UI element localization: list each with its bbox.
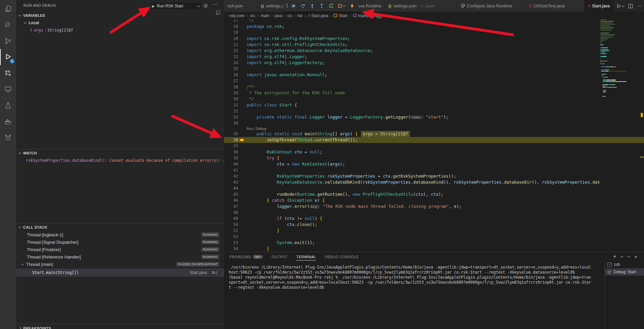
call-stack-section-header[interactable]: CALL STACK [16, 224, 224, 231]
call-stack-thread[interactable]: Thread [Finalizer]RUNNING [16, 246, 224, 253]
activity-bar-item-source-control[interactable] [0, 33, 16, 49]
terminal-output[interactable]: /usr/bin/env /Library/Internet\ Plug-Ins… [229, 265, 598, 290]
code-line-48[interactable]: 48 [224, 209, 644, 216]
terminal-list-item-debug-start[interactable]: Debug: Start [604, 268, 644, 276]
step-over-button[interactable] [299, 2, 307, 10]
tab-nch-json[interactable]: nch.json [224, 0, 258, 12]
overview-ruler[interactable] [639, 19, 644, 252]
stop-button[interactable] [336, 2, 346, 10]
close-panel-icon[interactable]: × [634, 254, 637, 260]
code-line-43[interactable]: 43 KeyValueDataSource.validateDbKind(rsk… [224, 179, 644, 185]
code-line-18[interactable]: 18package co.rsk; [224, 23, 644, 30]
call-stack-thread[interactable]: Thread [Reference Handler]RUNNING [16, 253, 224, 261]
variable-args[interactable]: args: String[2]@7 [16, 27, 224, 34]
split-editor-icon[interactable] [628, 4, 633, 8]
code-line-37[interactable]: 37 [224, 143, 644, 149]
new-terminal-icon[interactable]: + [613, 253, 616, 260]
code-line-42[interactable]: 42 RskSystemProperties rskSystemProperti… [224, 173, 644, 179]
code-line-35[interactable]: 35 public static void main(String[] args… [224, 131, 644, 137]
terminal-list-item-zsh[interactable]: >zsh [604, 261, 644, 268]
code-line-52[interactable]: 52 [224, 234, 644, 240]
code-line-38[interactable]: 38 RskContext ctx = null; [224, 149, 644, 155]
activity-bar-item-extensions[interactable] [0, 65, 16, 81]
run-java-button[interactable] [616, 4, 624, 8]
chevron-down-icon[interactable] [621, 255, 623, 257]
code-line-25[interactable]: 25 [224, 66, 644, 72]
code-line-27[interactable]: 27 [224, 78, 644, 84]
code-line-19[interactable]: 19 [224, 30, 644, 36]
panel-tab-debug-console[interactable]: DEBUG CONSOLE [325, 253, 359, 260]
code-line-39[interactable]: 39 try { [224, 155, 644, 161]
code-line-51[interactable]: 51 } [224, 228, 644, 234]
code-line-40[interactable]: 40 ctx = new RskContext(args); [224, 161, 644, 167]
code-line-53[interactable]: 53 System.exit(1); [224, 240, 644, 246]
maximize-panel-icon[interactable] [627, 256, 630, 258]
code-line-22[interactable]: 22import org.ethereum.datasource.KeyValu… [224, 48, 644, 54]
activity-bar-item-run-and-debug[interactable]: 1 [0, 49, 16, 65]
more-actions-icon[interactable]: ⋯ [212, 1, 218, 7]
breadcrumb-item-rsk[interactable]: rsk [297, 13, 303, 18]
code-line-32[interactable]: 32 [224, 108, 644, 114]
breadcrumb-item-co[interactable]: co [287, 13, 292, 18]
activity-bar-item-testing[interactable] [0, 97, 16, 113]
call-stack-thread[interactable]: Thread [main]PAUSED ON BREAKPOINT [16, 261, 224, 268]
breadcrumb-item-start[interactable]: Start [333, 13, 347, 18]
more-actions-icon[interactable]: ⋯ [637, 3, 641, 8]
call-stack-thread[interactable]: Thread [Signal Dispatcher]RUNNING [16, 238, 224, 246]
gear-icon[interactable] [203, 3, 208, 8]
call-stack-thread[interactable]: Thread [logback-1]RUNNING [16, 231, 224, 238]
activity-bar-item-search[interactable] [0, 17, 16, 33]
breadcrumb-item-java[interactable]: java [275, 13, 282, 18]
activity-bar-item-custom-extension[interactable] [0, 130, 16, 146]
code-line-49[interactable]: 49 if (ctx != null) { [224, 216, 644, 222]
code-line-30[interactable]: 30 */ [224, 96, 644, 102]
code-line-44[interactable]: 44 [224, 185, 644, 191]
activity-bar-item-remote-explorer[interactable] [0, 81, 16, 97]
activity-bar-item-docker[interactable] [0, 113, 16, 130]
toolbar-drag-handle[interactable] [286, 3, 288, 8]
breadcrumb-item-main[interactable]: main [261, 13, 269, 18]
watch-section-header[interactable]: WATCH [16, 150, 224, 156]
code-line-29[interactable]: 29 * The entrypoint for the RSK full nod… [224, 90, 644, 96]
code-line-21[interactable]: 21import co.rsk.util.PreflightChecksUtil… [224, 42, 644, 48]
panel-tab-terminal[interactable]: TERMINAL [296, 253, 316, 261]
code-line-24[interactable]: 24import org.slf4j.LoggerFactory; [224, 60, 644, 66]
call-stack-frame-selected[interactable]: Start.main(String[])Start.java36:1 [16, 269, 224, 277]
code-line-23[interactable]: 23import org.slf4j.Logger; [224, 54, 644, 60]
code-line-54[interactable]: 54 } [224, 246, 644, 252]
code-line-34[interactable]: 34 [224, 120, 644, 126]
tab-clitoolstest-java[interactable]: JCliToolsTest.java [526, 0, 585, 12]
code-line-26[interactable]: 26import javax.annotation.Nonnull; [224, 72, 644, 78]
continue-button[interactable] [289, 2, 298, 10]
breakpoint-paused-icon[interactable] [238, 138, 245, 142]
breadcrumb-item-start-java[interactable]: JStart.java [308, 13, 328, 18]
restart-button[interactable] [327, 2, 335, 10]
codelens-debug-link[interactable]: Debug [256, 127, 266, 131]
code-editor[interactable]: 17 */18package co.rsk;1920import co.rsk.… [224, 19, 644, 252]
panel-tab-output[interactable]: OUTPUT [272, 253, 288, 260]
breakpoints-section-header[interactable]: BREAKPOINTS [16, 325, 224, 329]
minimap[interactable] [600, 19, 627, 252]
code-line-17[interactable]: 17 */ [224, 19, 644, 23]
code-line-41[interactable]: 41 [224, 167, 644, 173]
code-line-28[interactable]: 28/** [224, 84, 644, 90]
hot-code-replace-button[interactable] [348, 2, 356, 10]
step-into-button[interactable] [308, 2, 316, 10]
variables-scope-local[interactable]: Local [16, 19, 224, 26]
code-line-36[interactable]: 36 setUpThread(Thread.currentThread()); [224, 137, 644, 143]
tab-configure-java-runtime[interactable]: Configure Java Runtime [457, 0, 526, 12]
step-out-button[interactable] [318, 2, 326, 10]
tab-settings-json[interactable]: {}settings.json~/.../User [385, 0, 457, 12]
code-line-46[interactable]: 46 } catch (Exception e) { [224, 197, 644, 203]
code-line-47[interactable]: 47 logger.error(msg: "The RSK node main … [224, 203, 644, 209]
breadcrumb-item-main-string-[interactable]: main(String[]) [353, 13, 382, 18]
code-line-20[interactable]: 20import co.rsk.config.RskSystemProperti… [224, 36, 644, 42]
panel-tab-problems[interactable]: PROBLEMS1K+ [229, 253, 263, 260]
activity-bar-item-explorer[interactable] [0, 1, 16, 17]
breadcrumb-item-rskj-core[interactable]: rskj-core [229, 13, 245, 18]
variables-section-header[interactable]: VARIABLES [16, 12, 224, 19]
breadcrumb-item-src[interactable]: src [250, 13, 255, 18]
code-line-45[interactable]: 45 runNode(Runtime.getRuntime(), new Pre… [224, 191, 644, 197]
watch-expression-row[interactable]: rskSystemProperties.databaseKind(): Cann… [16, 157, 224, 164]
code-line-50[interactable]: 50 ctx.close(); [224, 222, 644, 228]
